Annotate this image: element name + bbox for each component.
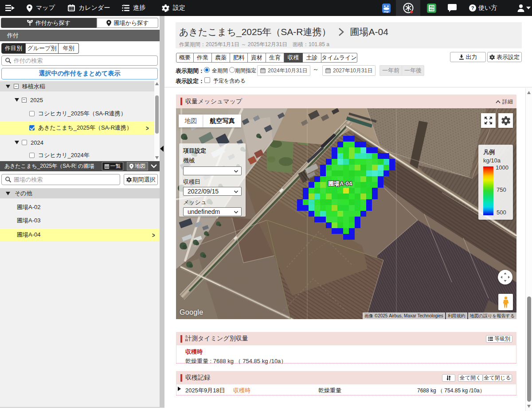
svg-text:検索: 検索: [430, 8, 434, 11]
svg-text:?: ?: [471, 5, 474, 11]
svg-text:mgr: mgr: [384, 10, 389, 12]
